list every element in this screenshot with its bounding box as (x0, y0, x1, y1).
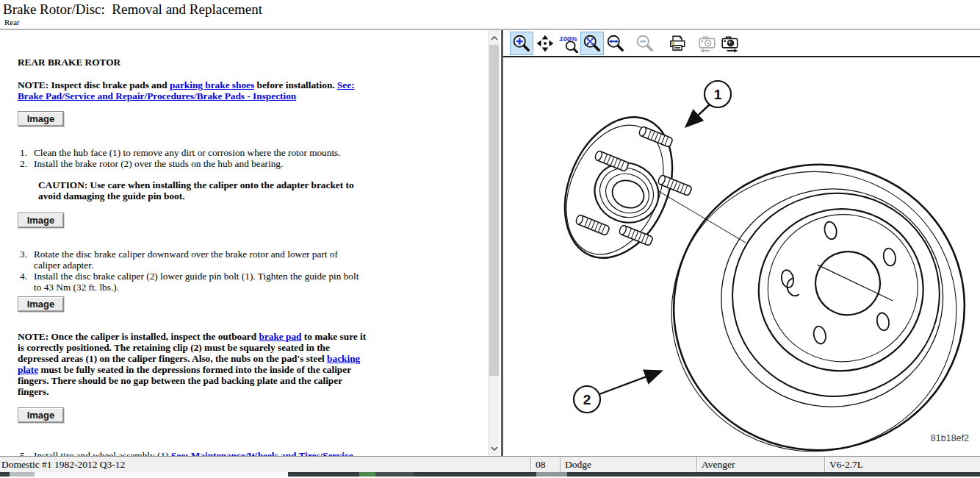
page-header: Brake Rotor/Disc: Removal and Replacemen… (0, 0, 980, 30)
image-button-2[interactable]: Image (18, 213, 64, 228)
image-button-4[interactable]: Image (18, 407, 64, 423)
image-viewer-panel: 100% (503, 30, 980, 456)
step-number: 2. (18, 158, 34, 169)
step-text: Install the brake rotor (2) over the stu… (34, 158, 366, 169)
next-image-button[interactable] (718, 32, 742, 55)
svg-text:1: 1 (714, 87, 722, 102)
step-text: Rotate the disc brake caliper downward o… (34, 249, 366, 271)
previous-image-button[interactable] (695, 32, 718, 55)
step-text: Install tire and wheel assembly (1) (34, 450, 171, 456)
zoom-100-button[interactable]: 100% (557, 32, 580, 55)
fit-width-icon (606, 34, 625, 53)
image-toolbar: 100% (503, 30, 980, 57)
page-subtitle: Rear (4, 18, 980, 26)
step-number: 4. (18, 271, 34, 293)
rotor-outline (644, 138, 980, 454)
zoom-100-icon: 100% (559, 34, 578, 53)
zoom-out-icon (635, 34, 655, 53)
caution-text: CAUTION: Use care when installing the ca… (38, 179, 363, 201)
callout-1: 1 (687, 81, 731, 126)
step-number: 3. (18, 249, 34, 271)
steps-1-2: 1. Clean the hub face (1) to remove any … (0, 147, 488, 169)
status-year: 08 (530, 457, 560, 472)
fit-window-icon (583, 34, 602, 53)
image-button-3[interactable]: Image (18, 296, 64, 312)
step-text: Install the disc brake caliper (2) lower… (34, 271, 366, 293)
note-text: before installation. (254, 79, 337, 90)
note-text: must be fully seated in the depressions … (18, 364, 351, 397)
taskbar-segment (375, 472, 414, 477)
step-number: 1. (18, 147, 34, 158)
scroll-up-icon[interactable] (489, 32, 500, 44)
step-item-2: 2. Install the brake rotor (2) over the … (18, 158, 488, 169)
step-item-5: 5. Install tire and wheel assembly (1) S… (18, 450, 488, 456)
previous-image-icon (696, 34, 717, 53)
taskbar-segment (536, 472, 567, 477)
note-inspect-pads: NOTE: Inspect disc brake pads and parkin… (18, 79, 372, 101)
step-number: 5. (18, 450, 34, 456)
callout-2: 2 (574, 371, 660, 413)
note-text: NOTE: Inspect disc brake pads and (18, 79, 170, 90)
status-engine: V6-2.7L (824, 457, 980, 472)
fit-width-button[interactable] (604, 32, 627, 55)
image-button-1[interactable]: Image (18, 111, 64, 126)
note-caliper-installed: NOTE: Once the caliper is installed, ins… (18, 331, 372, 397)
fit-window-button[interactable] (580, 32, 604, 55)
hub-outline (544, 101, 746, 274)
taskbar-sliver (0, 472, 980, 477)
step-item-3: 3. Rotate the disc brake caliper downwar… (18, 249, 488, 271)
brake-rotor-diagram[interactable]: 1 2 81b18ef2 (503, 57, 980, 456)
note-text: NOTE: Once the caliper is installed, ins… (18, 331, 259, 342)
status-model: Avenger (696, 457, 824, 472)
taskbar-segment (359, 472, 375, 477)
link-parking-brake-shoes[interactable]: parking brake shoes (170, 79, 254, 90)
scroll-down-icon[interactable] (489, 442, 500, 454)
figure-code: 81b18ef2 (931, 433, 969, 443)
status-catalog: Domestic #1 1982-2012 Q3-12 (0, 457, 530, 472)
taskbar-segment (35, 472, 288, 477)
zoom-in-button[interactable] (510, 32, 533, 55)
zoom-in-icon (512, 34, 531, 53)
left-panel-scrollbar[interactable] (488, 30, 500, 456)
scrollbar-thumb[interactable] (489, 45, 499, 376)
zoom-out-button[interactable] (633, 32, 657, 55)
main-row: REAR BRAKE ROTOR NOTE: Inspect disc brak… (0, 30, 980, 456)
step-item-4: 4. Install the disc brake caliper (2) lo… (18, 271, 488, 293)
taskbar-segment (10, 472, 35, 477)
pan-icon (536, 34, 555, 53)
next-image-icon (720, 34, 741, 53)
page-title: Brake Rotor/Disc: Removal and Replacemen… (3, 1, 980, 18)
status-make: Dodge (560, 457, 696, 472)
step-item-1: 1. Clean the hub face (1) to remove any … (18, 147, 488, 158)
print-button[interactable] (666, 32, 689, 55)
print-icon (668, 34, 687, 53)
procedure-content: REAR BRAKE ROTOR NOTE: Inspect disc brak… (0, 30, 488, 456)
section-heading: REAR BRAKE ROTOR (18, 57, 488, 68)
steps-3-4: 3. Rotate the disc brake caliper downwar… (0, 249, 488, 293)
status-bar: Domestic #1 1982-2012 Q3-12 08 Dodge Ave… (0, 456, 980, 472)
step-text: Clean the hub face (1) to remove any dir… (34, 147, 366, 158)
link-brake-pad[interactable]: brake pad (259, 331, 302, 342)
procedure-panel: REAR BRAKE ROTOR NOTE: Inspect disc brak… (0, 30, 501, 456)
svg-text:2: 2 (583, 392, 591, 407)
pan-button[interactable] (533, 32, 557, 55)
